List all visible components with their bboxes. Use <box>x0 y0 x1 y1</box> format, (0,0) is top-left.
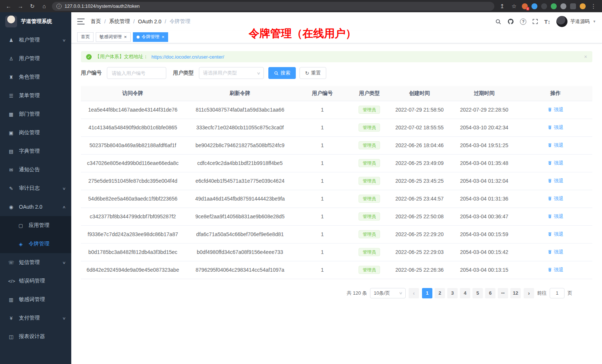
breadcrumb-item-3[interactable]: 令牌管理 <box>170 18 190 25</box>
page-content: ✓ 【用户体系】文档地址： https://doc.iocoder.cn/use… <box>71 43 602 298</box>
profile-avatar[interactable] <box>580 3 586 9</box>
sidebar-item-label: 字典管理 <box>19 148 40 155</box>
sidebar-item-15[interactable]: ¥支付管理∨ <box>0 309 71 327</box>
sidebar-item-2[interactable]: ♜角色管理 <box>0 68 71 86</box>
force-logout-button[interactable]: 强退 <box>547 195 563 202</box>
breadcrumb-item-0[interactable]: 首页 <box>91 18 101 25</box>
page-button-3[interactable]: 3 <box>447 288 458 298</box>
sidebar-item-8[interactable]: ✎审计日志∨ <box>0 179 71 198</box>
reset-button[interactable]: ↻ 重置 <box>300 67 326 79</box>
table-row: 502375b8040a469a9b82188afdf6af1fbe90422b… <box>81 136 592 154</box>
breadcrumb-item-1[interactable]: 系统管理 <box>109 18 130 25</box>
sidebar-item-14[interactable]: ▥敏感词管理 <box>0 290 71 309</box>
browser-chrome: ← → ↻ ⌂ i 127.0.0.1:1024/system/oauth2/t… <box>0 0 602 12</box>
tab-0[interactable]: 首页 <box>77 32 94 42</box>
goto-page-input[interactable] <box>550 288 565 298</box>
page-button-5[interactable]: 5 <box>472 288 483 298</box>
user-avatar <box>556 16 567 27</box>
force-logout-button[interactable]: 强退 <box>547 142 563 149</box>
user-id-input[interactable] <box>107 67 166 79</box>
sidebar-item-4[interactable]: ▦部门管理 <box>0 105 71 123</box>
collapse-menu-icon[interactable] <box>77 19 85 24</box>
fullscreen-icon[interactable] <box>532 19 538 24</box>
app-logo[interactable]: 芋道管理系统 <box>0 12 71 31</box>
sidebar-item-3[interactable]: ☰菜单管理 <box>0 86 71 105</box>
user-type-placeholder: 请选择用户类型 <box>203 70 237 76</box>
reload-icon[interactable]: ↻ <box>28 3 36 10</box>
extension-icon[interactable]: 0 <box>522 3 528 9</box>
sidebar-item-13[interactable]: </>错误码管理 <box>0 272 71 290</box>
force-logout-button[interactable]: 强退 <box>547 160 563 166</box>
alert-close-icon[interactable]: × <box>584 54 587 60</box>
green-extension-icon[interactable] <box>551 3 557 9</box>
force-logout-button[interactable]: 强退 <box>547 178 563 184</box>
more-menu-icon[interactable]: ⋮ <box>589 3 598 10</box>
url-bar[interactable]: i 127.0.0.1:1024/system/oauth2/token <box>52 2 494 11</box>
force-logout-button[interactable]: 强退 <box>547 124 563 131</box>
page-button-6[interactable]: 6 <box>485 288 495 298</box>
sidebar-item-7[interactable]: ✉通知公告 <box>0 161 71 179</box>
table-row: 54d6be82ee5a460a9aedc1f9bf22365649d1aa46… <box>81 190 592 208</box>
post-icon: ▣ <box>8 130 14 136</box>
tab-2[interactable]: 令牌管理× <box>133 32 169 42</box>
doc-link[interactable]: https://doc.iocoder.cn/user-center/ <box>151 54 224 60</box>
dict-icon: ▤ <box>8 149 14 154</box>
user-type-cell: 管理员 <box>349 243 389 261</box>
breadcrumb-item-2[interactable]: OAuth 2.0 <box>138 19 161 24</box>
color-picker-extension-icon[interactable] <box>531 3 537 9</box>
font-size-icon[interactable]: T↕ <box>544 19 550 25</box>
sidebar-item-12[interactable]: ☏短信管理∨ <box>0 253 71 272</box>
forward-icon[interactable]: → <box>16 3 24 9</box>
sidebar-item-0[interactable]: ♟租户管理∨ <box>0 31 71 49</box>
page-more-button[interactable]: ••• <box>498 288 508 298</box>
page-button-1[interactable]: 1 <box>422 288 432 298</box>
prev-page-button[interactable]: ‹ <box>409 288 419 298</box>
dark-extension-icon[interactable] <box>541 3 547 9</box>
github-icon[interactable] <box>507 18 514 25</box>
puzzle-extension-icon[interactable] <box>560 3 566 9</box>
sidebar-item-9[interactable]: ◉OAuth 2.0∧ <box>0 198 71 216</box>
back-icon[interactable]: ← <box>4 3 13 9</box>
sidebar-item-16[interactable]: ◫报表设计器 <box>0 327 71 346</box>
page-button-12[interactable]: 12 <box>510 288 521 298</box>
expires-at-cell: 2054-03-04 01:31:36 <box>450 190 519 208</box>
expires-at-cell: 2022-07-29 22:28:50 <box>450 101 519 119</box>
sidebar-item-6[interactable]: ▤字典管理 <box>0 142 71 161</box>
sidebar-item-10[interactable]: ▢应用管理 <box>0 216 71 235</box>
bookmark-star-icon[interactable]: ☆ <box>510 3 518 10</box>
column-header: 用户编号 <box>295 86 349 101</box>
search-button[interactable]: 搜索 <box>268 67 296 79</box>
sidebar-toggle-icon[interactable] <box>570 3 576 9</box>
tab-close-icon[interactable]: × <box>124 34 127 39</box>
page-size-select[interactable]: 10条/页 ∨ <box>370 288 406 298</box>
force-logout-button[interactable]: 强退 <box>547 249 563 255</box>
sidebar-item-label: 租户管理 <box>19 37 40 43</box>
user-id-cell: 1 <box>295 190 349 208</box>
page-button-2[interactable]: 2 <box>435 288 445 298</box>
force-logout-button[interactable]: 强退 <box>547 106 563 113</box>
refresh-token-cell: 9ce8ef2aa9f14056b831ae9b608e28d5 <box>185 208 295 225</box>
url-text: 127.0.0.1:1024/system/oauth2/token <box>65 4 140 9</box>
info-icon[interactable]: i <box>56 4 62 9</box>
sidebar-item-1[interactable]: ♙用户管理 <box>0 49 71 68</box>
sidebar-item-11[interactable]: ◈令牌管理 <box>0 235 71 253</box>
user-type-tag: 管理员 <box>359 177 380 185</box>
table-row: 41c41346a548490f9dc8b01c6bfe0865333ecfc7… <box>81 119 592 136</box>
next-page-button[interactable]: › <box>524 288 534 298</box>
force-logout-button[interactable]: 强退 <box>547 231 563 238</box>
app-icon: ▢ <box>18 223 24 228</box>
force-logout-button[interactable]: 强退 <box>547 213 563 220</box>
tab-1[interactable]: 敏感词管理× <box>96 32 131 42</box>
help-icon[interactable]: ? <box>520 19 526 25</box>
user-menu[interactable]: 芋道源码 ▼ <box>556 16 596 27</box>
home-icon[interactable]: ⌂ <box>40 3 48 9</box>
user-type-cell: 管理员 <box>349 154 389 172</box>
search-icon[interactable] <box>495 19 501 25</box>
refresh-token-cell: cdfc4ce9c2da4bb1bdf21b9918ff4be5 <box>185 154 295 172</box>
user-type-select[interactable]: 请选择用户类型 ∨ <box>199 67 264 79</box>
force-logout-button[interactable]: 强退 <box>547 267 563 273</box>
share-icon[interactable]: ↥ <box>498 3 506 10</box>
sidebar-item-5[interactable]: ▣岗位管理 <box>0 123 71 142</box>
tab-close-icon[interactable]: × <box>162 34 165 39</box>
page-button-4[interactable]: 4 <box>460 288 470 298</box>
